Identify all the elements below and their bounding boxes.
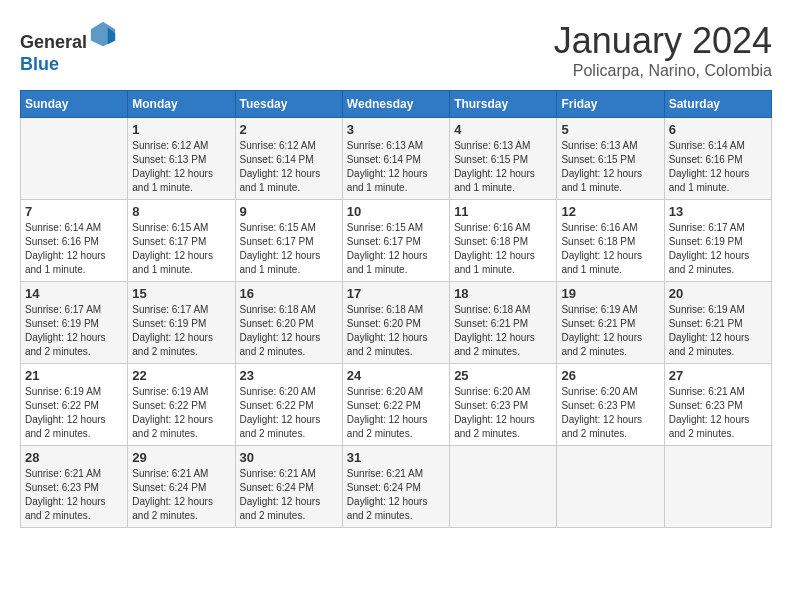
- day-number: 19: [561, 286, 659, 301]
- day-info: Sunrise: 6:17 AMSunset: 6:19 PMDaylight:…: [669, 221, 767, 277]
- day-number: 29: [132, 450, 230, 465]
- day-number: 18: [454, 286, 552, 301]
- day-info: Sunrise: 6:13 AMSunset: 6:14 PMDaylight:…: [347, 139, 445, 195]
- calendar-cell: 24Sunrise: 6:20 AMSunset: 6:22 PMDayligh…: [342, 364, 449, 446]
- day-number: 9: [240, 204, 338, 219]
- calendar-cell: 5Sunrise: 6:13 AMSunset: 6:15 PMDaylight…: [557, 118, 664, 200]
- page-header: General Blue January 2024 Policarpa, Nar…: [20, 20, 772, 80]
- calendar-week-row: 28Sunrise: 6:21 AMSunset: 6:23 PMDayligh…: [21, 446, 772, 528]
- title-block: January 2024 Policarpa, Narino, Colombia: [554, 20, 772, 80]
- day-info: Sunrise: 6:18 AMSunset: 6:20 PMDaylight:…: [240, 303, 338, 359]
- calendar-week-row: 7Sunrise: 6:14 AMSunset: 6:16 PMDaylight…: [21, 200, 772, 282]
- day-info: Sunrise: 6:19 AMSunset: 6:21 PMDaylight:…: [669, 303, 767, 359]
- calendar-cell: 8Sunrise: 6:15 AMSunset: 6:17 PMDaylight…: [128, 200, 235, 282]
- calendar-week-row: 21Sunrise: 6:19 AMSunset: 6:22 PMDayligh…: [21, 364, 772, 446]
- calendar-cell: 20Sunrise: 6:19 AMSunset: 6:21 PMDayligh…: [664, 282, 771, 364]
- day-number: 27: [669, 368, 767, 383]
- day-number: 16: [240, 286, 338, 301]
- day-number: 21: [25, 368, 123, 383]
- day-info: Sunrise: 6:16 AMSunset: 6:18 PMDaylight:…: [561, 221, 659, 277]
- logo-general-text: General: [20, 32, 87, 52]
- day-number: 6: [669, 122, 767, 137]
- calendar-cell: 31Sunrise: 6:21 AMSunset: 6:24 PMDayligh…: [342, 446, 449, 528]
- calendar-cell: 6Sunrise: 6:14 AMSunset: 6:16 PMDaylight…: [664, 118, 771, 200]
- day-info: Sunrise: 6:21 AMSunset: 6:24 PMDaylight:…: [347, 467, 445, 523]
- day-number: 13: [669, 204, 767, 219]
- day-info: Sunrise: 6:21 AMSunset: 6:24 PMDaylight:…: [132, 467, 230, 523]
- calendar-cell: 17Sunrise: 6:18 AMSunset: 6:20 PMDayligh…: [342, 282, 449, 364]
- calendar-cell: 19Sunrise: 6:19 AMSunset: 6:21 PMDayligh…: [557, 282, 664, 364]
- day-number: 23: [240, 368, 338, 383]
- calendar-cell: 15Sunrise: 6:17 AMSunset: 6:19 PMDayligh…: [128, 282, 235, 364]
- day-info: Sunrise: 6:20 AMSunset: 6:23 PMDaylight:…: [561, 385, 659, 441]
- day-number: 24: [347, 368, 445, 383]
- calendar-cell: 28Sunrise: 6:21 AMSunset: 6:23 PMDayligh…: [21, 446, 128, 528]
- calendar-cell: 1Sunrise: 6:12 AMSunset: 6:13 PMDaylight…: [128, 118, 235, 200]
- day-info: Sunrise: 6:12 AMSunset: 6:13 PMDaylight:…: [132, 139, 230, 195]
- day-info: Sunrise: 6:19 AMSunset: 6:22 PMDaylight:…: [132, 385, 230, 441]
- calendar-cell: 29Sunrise: 6:21 AMSunset: 6:24 PMDayligh…: [128, 446, 235, 528]
- day-number: 3: [347, 122, 445, 137]
- day-of-week-header: Friday: [557, 91, 664, 118]
- day-of-week-header: Thursday: [450, 91, 557, 118]
- calendar-week-row: 1Sunrise: 6:12 AMSunset: 6:13 PMDaylight…: [21, 118, 772, 200]
- day-info: Sunrise: 6:20 AMSunset: 6:22 PMDaylight:…: [240, 385, 338, 441]
- day-info: Sunrise: 6:17 AMSunset: 6:19 PMDaylight:…: [25, 303, 123, 359]
- day-info: Sunrise: 6:18 AMSunset: 6:21 PMDaylight:…: [454, 303, 552, 359]
- day-info: Sunrise: 6:21 AMSunset: 6:24 PMDaylight:…: [240, 467, 338, 523]
- calendar-cell: 23Sunrise: 6:20 AMSunset: 6:22 PMDayligh…: [235, 364, 342, 446]
- day-of-week-header: Tuesday: [235, 91, 342, 118]
- day-number: 30: [240, 450, 338, 465]
- calendar-cell: 4Sunrise: 6:13 AMSunset: 6:15 PMDaylight…: [450, 118, 557, 200]
- calendar-cell: [664, 446, 771, 528]
- day-info: Sunrise: 6:21 AMSunset: 6:23 PMDaylight:…: [669, 385, 767, 441]
- day-number: 11: [454, 204, 552, 219]
- day-number: 31: [347, 450, 445, 465]
- day-number: 2: [240, 122, 338, 137]
- day-number: 8: [132, 204, 230, 219]
- day-number: 25: [454, 368, 552, 383]
- calendar-cell: 25Sunrise: 6:20 AMSunset: 6:23 PMDayligh…: [450, 364, 557, 446]
- day-info: Sunrise: 6:19 AMSunset: 6:22 PMDaylight:…: [25, 385, 123, 441]
- day-info: Sunrise: 6:12 AMSunset: 6:14 PMDaylight:…: [240, 139, 338, 195]
- day-number: 15: [132, 286, 230, 301]
- day-of-week-header: Saturday: [664, 91, 771, 118]
- day-number: 7: [25, 204, 123, 219]
- day-info: Sunrise: 6:14 AMSunset: 6:16 PMDaylight:…: [669, 139, 767, 195]
- day-of-week-header: Wednesday: [342, 91, 449, 118]
- calendar-header-row: SundayMondayTuesdayWednesdayThursdayFrid…: [21, 91, 772, 118]
- day-number: 12: [561, 204, 659, 219]
- day-info: Sunrise: 6:13 AMSunset: 6:15 PMDaylight:…: [561, 139, 659, 195]
- day-of-week-header: Monday: [128, 91, 235, 118]
- calendar-week-row: 14Sunrise: 6:17 AMSunset: 6:19 PMDayligh…: [21, 282, 772, 364]
- day-number: 22: [132, 368, 230, 383]
- calendar-cell: [21, 118, 128, 200]
- calendar-cell: 21Sunrise: 6:19 AMSunset: 6:22 PMDayligh…: [21, 364, 128, 446]
- calendar-cell: [450, 446, 557, 528]
- day-info: Sunrise: 6:21 AMSunset: 6:23 PMDaylight:…: [25, 467, 123, 523]
- calendar-cell: 14Sunrise: 6:17 AMSunset: 6:19 PMDayligh…: [21, 282, 128, 364]
- logo: General Blue: [20, 20, 117, 75]
- calendar-cell: 22Sunrise: 6:19 AMSunset: 6:22 PMDayligh…: [128, 364, 235, 446]
- day-info: Sunrise: 6:20 AMSunset: 6:23 PMDaylight:…: [454, 385, 552, 441]
- day-of-week-header: Sunday: [21, 91, 128, 118]
- day-number: 17: [347, 286, 445, 301]
- calendar-cell: 18Sunrise: 6:18 AMSunset: 6:21 PMDayligh…: [450, 282, 557, 364]
- day-number: 4: [454, 122, 552, 137]
- day-number: 26: [561, 368, 659, 383]
- calendar-cell: 3Sunrise: 6:13 AMSunset: 6:14 PMDaylight…: [342, 118, 449, 200]
- calendar-cell: [557, 446, 664, 528]
- calendar-cell: 26Sunrise: 6:20 AMSunset: 6:23 PMDayligh…: [557, 364, 664, 446]
- day-number: 5: [561, 122, 659, 137]
- day-info: Sunrise: 6:16 AMSunset: 6:18 PMDaylight:…: [454, 221, 552, 277]
- day-info: Sunrise: 6:13 AMSunset: 6:15 PMDaylight:…: [454, 139, 552, 195]
- location-title: Policarpa, Narino, Colombia: [554, 62, 772, 80]
- calendar-cell: 2Sunrise: 6:12 AMSunset: 6:14 PMDaylight…: [235, 118, 342, 200]
- calendar-cell: 11Sunrise: 6:16 AMSunset: 6:18 PMDayligh…: [450, 200, 557, 282]
- day-info: Sunrise: 6:14 AMSunset: 6:16 PMDaylight:…: [25, 221, 123, 277]
- day-info: Sunrise: 6:17 AMSunset: 6:19 PMDaylight:…: [132, 303, 230, 359]
- month-title: January 2024: [554, 20, 772, 62]
- logo-icon: [89, 20, 117, 48]
- calendar-cell: 10Sunrise: 6:15 AMSunset: 6:17 PMDayligh…: [342, 200, 449, 282]
- day-number: 20: [669, 286, 767, 301]
